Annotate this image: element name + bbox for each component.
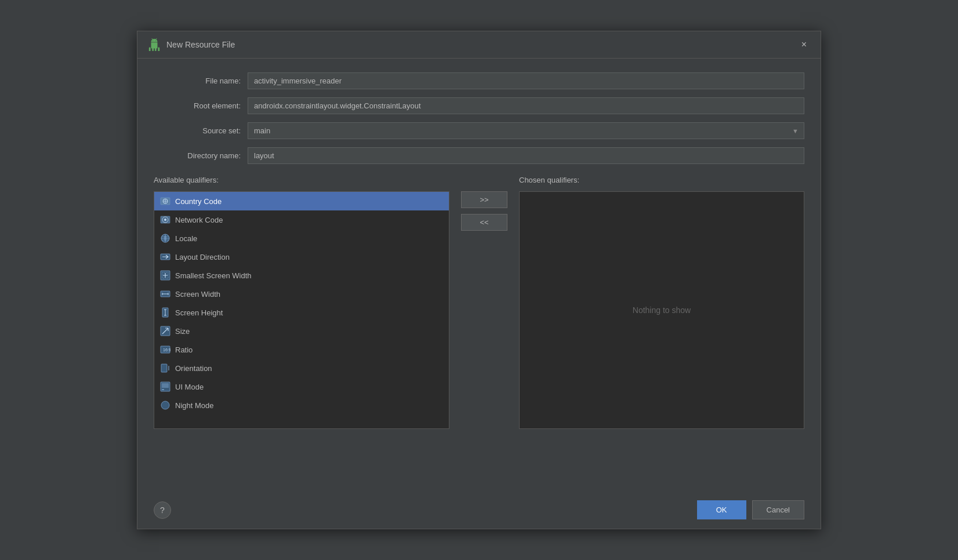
list-item[interactable]: Size: [154, 322, 449, 340]
list-item[interactable]: Layout Direction: [154, 248, 449, 266]
ui-mode-icon: [160, 381, 170, 392]
file-name-input[interactable]: [248, 72, 804, 89]
nothing-to-show-label: Nothing to show: [633, 306, 691, 315]
file-name-row: File name:: [154, 72, 804, 89]
size-icon: [160, 326, 170, 336]
svg-rect-14: [161, 364, 167, 372]
qualifier-label: Network Code: [175, 216, 223, 224]
country-code-icon: [160, 196, 170, 206]
svg-point-19: [161, 401, 169, 409]
root-element-row: Root element:: [154, 97, 804, 114]
root-element-input[interactable]: [248, 97, 804, 114]
qualifier-label: Screen Width: [175, 290, 220, 299]
qualifier-label: Size: [175, 327, 190, 336]
close-button[interactable]: ×: [798, 38, 810, 51]
add-qualifier-button[interactable]: >>: [461, 191, 507, 208]
title-bar-left: New Resource File: [148, 38, 235, 51]
orientation-icon: [160, 363, 170, 373]
list-item[interactable]: Network Code: [154, 210, 449, 229]
qualifier-label: Orientation: [175, 364, 212, 373]
ok-button[interactable]: OK: [697, 500, 746, 519]
screen-width-icon: [160, 289, 170, 299]
root-element-label: Root element:: [154, 101, 241, 110]
directory-name-row: Directory name:: [154, 147, 804, 164]
bottom-bar: ? OK Cancel: [137, 491, 821, 529]
svg-rect-15: [168, 366, 169, 370]
qualifier-label: UI Mode: [175, 383, 204, 391]
form-area: File name: Root element: Source set: mai…: [137, 59, 821, 173]
night-mode-icon: [160, 400, 170, 410]
action-buttons: OK Cancel: [697, 500, 804, 519]
title-bar: New Resource File ×: [137, 31, 821, 59]
android-icon: [148, 38, 161, 51]
qualifier-label: Country Code: [175, 197, 222, 206]
ratio-icon: 16:9: [160, 344, 170, 355]
dialog-title: New Resource File: [166, 40, 235, 49]
chosen-qualifiers-label: Chosen qualifiers:: [519, 176, 579, 184]
qualifiers-panels: Country Code Network Code: [154, 191, 804, 491]
new-resource-file-dialog: New Resource File × File name: Root elem…: [137, 31, 821, 529]
available-qualifiers-list[interactable]: Country Code Network Code: [154, 191, 449, 429]
source-set-select[interactable]: main test androidTest: [248, 122, 804, 139]
help-button[interactable]: ?: [154, 501, 171, 519]
qualifiers-labels-row: Available qualifiers: Chosen qualifiers:: [154, 176, 804, 188]
qualifier-label: Screen Height: [175, 308, 223, 317]
locale-icon: [160, 233, 170, 243]
chosen-qualifiers-panel: Nothing to show: [519, 191, 804, 429]
file-name-label: File name:: [154, 77, 241, 85]
svg-text:16:9: 16:9: [163, 348, 170, 352]
qualifier-label: Night Mode: [175, 401, 213, 410]
list-item[interactable]: UI Mode: [154, 377, 449, 396]
layout-direction-icon: [160, 252, 170, 262]
list-item[interactable]: Country Code: [154, 192, 449, 210]
svg-rect-17: [162, 383, 169, 388]
directory-name-input[interactable]: [248, 147, 804, 164]
cancel-button[interactable]: Cancel: [752, 500, 804, 519]
screen-height-icon: [160, 307, 170, 318]
svg-point-3: [164, 219, 166, 221]
source-set-row: Source set: main test androidTest ▼: [154, 122, 804, 139]
list-item[interactable]: 16:9 Ratio: [154, 340, 449, 359]
list-item[interactable]: Smallest Screen Width: [154, 266, 449, 285]
list-item[interactable]: Screen Height: [154, 303, 449, 322]
available-qualifiers-label: Available qualifiers:: [154, 176, 449, 184]
source-set-label: Source set:: [154, 126, 241, 135]
list-item[interactable]: Locale: [154, 229, 449, 248]
list-item[interactable]: Orientation: [154, 359, 449, 377]
smallest-screen-width-icon: [160, 270, 170, 281]
svg-rect-18: [162, 389, 164, 390]
qualifiers-section: Available qualifiers: Chosen qualifiers:…: [137, 173, 821, 491]
qualifier-label: Smallest Screen Width: [175, 271, 252, 280]
list-item[interactable]: Night Mode: [154, 396, 449, 414]
qualifier-label: Ratio: [175, 346, 193, 354]
directory-name-label: Directory name:: [154, 151, 241, 160]
source-set-wrapper: main test androidTest ▼: [248, 122, 804, 139]
qualifier-label: Locale: [175, 234, 197, 243]
remove-qualifier-button[interactable]: <<: [461, 214, 507, 231]
network-code-icon: [160, 214, 170, 225]
transfer-buttons-panel: >> <<: [449, 191, 519, 231]
qualifier-label: Layout Direction: [175, 253, 230, 261]
list-item[interactable]: Screen Width: [154, 285, 449, 303]
